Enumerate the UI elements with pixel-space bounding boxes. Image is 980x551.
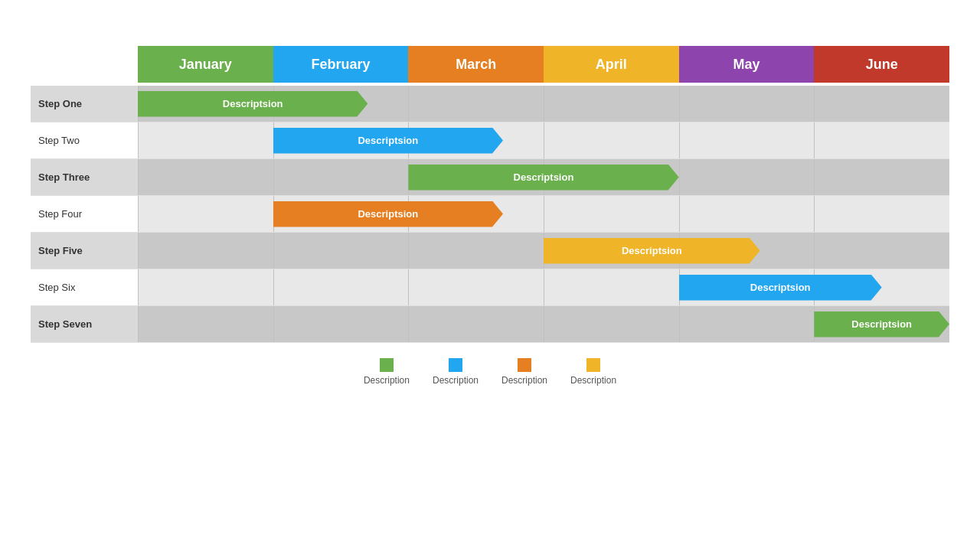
legend-color-box bbox=[449, 358, 462, 372]
chart-row-step-two: Step TwoDescriptsion bbox=[31, 122, 949, 159]
legend-item: Description bbox=[501, 358, 547, 386]
row-label: Step Five bbox=[31, 233, 138, 269]
month-col bbox=[544, 306, 679, 342]
legend-color-box bbox=[380, 358, 394, 372]
legend-item: Description bbox=[364, 358, 410, 386]
row-cells: Descriptsion bbox=[138, 122, 949, 158]
chart-row-step-six: Step SixDescriptsion bbox=[31, 269, 949, 306]
gantt-bar: Descriptsion bbox=[138, 91, 368, 117]
month-col bbox=[544, 196, 679, 232]
row-label: Step Seven bbox=[31, 306, 138, 342]
month-col bbox=[814, 233, 949, 269]
legend-label-text: Description bbox=[433, 375, 479, 386]
row-label: Step Three bbox=[31, 159, 138, 195]
bar-wrapper: Descriptsion bbox=[273, 196, 503, 232]
month-header-row: JanuaryFebruaryMarchAprilMayJune bbox=[138, 46, 949, 83]
month-col bbox=[679, 159, 815, 195]
bar-wrapper: Descriptsion bbox=[544, 233, 760, 269]
month-col bbox=[679, 86, 815, 122]
row-cells: Descriptsion bbox=[138, 269, 949, 305]
month-col bbox=[408, 86, 544, 122]
gantt-bar: Descriptsion bbox=[273, 201, 503, 227]
month-col bbox=[273, 159, 409, 195]
page: JanuaryFebruaryMarchAprilMayJune Step On… bbox=[0, 0, 980, 551]
row-cells: Descriptsion bbox=[138, 233, 949, 269]
row-label: Step Six bbox=[31, 269, 138, 305]
month-header-june: June bbox=[814, 46, 949, 83]
month-col bbox=[679, 306, 815, 342]
bar-wrapper: Descriptsion bbox=[138, 86, 368, 122]
gantt-bar: Descriptsion bbox=[408, 165, 678, 191]
chart-row-step-five: Step FiveDescriptsion bbox=[31, 233, 949, 269]
row-label: Step One bbox=[31, 86, 138, 122]
gantt-bar: Descriptsion bbox=[273, 128, 503, 154]
gantt-bar: Descriptsion bbox=[544, 238, 760, 264]
chart-body: Step OneDescriptsionStep TwoDescriptsion… bbox=[31, 86, 949, 343]
month-col bbox=[273, 233, 409, 269]
legend-item: Description bbox=[570, 358, 616, 386]
row-cells: Descriptsion bbox=[138, 86, 949, 122]
chart-row-step-three: Step ThreeDescriptsion bbox=[31, 159, 949, 196]
month-col bbox=[408, 269, 544, 305]
bar-wrapper: Descriptsion bbox=[408, 159, 678, 195]
row-cells: Descriptsion bbox=[138, 306, 949, 342]
gantt-chart: JanuaryFebruaryMarchAprilMayJune Step On… bbox=[31, 46, 949, 343]
row-label: Step Two bbox=[31, 122, 138, 158]
month-col bbox=[814, 86, 949, 122]
legend-label-text: Description bbox=[570, 375, 616, 386]
legend-label-text: Description bbox=[501, 375, 547, 386]
month-col bbox=[814, 196, 949, 232]
month-col bbox=[138, 159, 273, 195]
chart-row-step-four: Step FourDescriptsion bbox=[31, 196, 949, 233]
row-cells: Descriptsion bbox=[138, 159, 949, 195]
legend-item: Description bbox=[433, 358, 479, 386]
month-col bbox=[679, 196, 815, 232]
month-col bbox=[679, 122, 815, 158]
legend-label-text: Description bbox=[364, 375, 410, 386]
legend: DescriptionDescriptionDescriptionDescrip… bbox=[31, 358, 949, 386]
bar-wrapper: Descriptsion bbox=[679, 269, 882, 305]
month-header-february: February bbox=[273, 46, 409, 83]
month-col bbox=[138, 306, 273, 342]
month-header-january: January bbox=[138, 46, 273, 83]
row-cells: Descriptsion bbox=[138, 196, 949, 232]
bar-wrapper: Descriptsion bbox=[273, 122, 503, 158]
month-header-march: March bbox=[408, 46, 544, 83]
month-col bbox=[138, 122, 273, 158]
month-col bbox=[544, 86, 679, 122]
bar-wrapper: Descriptsion bbox=[814, 306, 949, 342]
legend-color-box bbox=[586, 358, 600, 372]
month-col bbox=[273, 269, 409, 305]
month-col bbox=[544, 122, 679, 158]
chart-row-step-one: Step OneDescriptsion bbox=[31, 86, 949, 122]
month-col bbox=[138, 196, 273, 232]
month-col bbox=[273, 306, 409, 342]
gantt-bar: Descriptsion bbox=[679, 275, 882, 301]
legend-color-box bbox=[518, 358, 531, 372]
month-col bbox=[138, 233, 273, 269]
month-col bbox=[408, 306, 544, 342]
month-col bbox=[814, 159, 949, 195]
month-col bbox=[544, 269, 679, 305]
chart-row-step-seven: Step SevenDescriptsion bbox=[31, 306, 949, 343]
month-header-april: April bbox=[544, 46, 679, 83]
row-label: Step Four bbox=[31, 196, 138, 232]
gantt-bar: Descriptsion bbox=[814, 311, 949, 337]
month-col bbox=[814, 122, 949, 158]
month-col bbox=[408, 233, 544, 269]
month-header-may: May bbox=[679, 46, 815, 83]
month-col bbox=[138, 269, 273, 305]
